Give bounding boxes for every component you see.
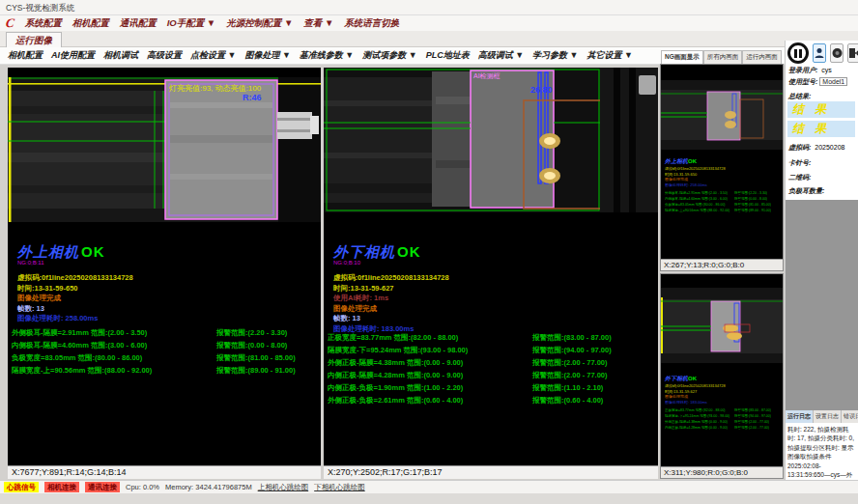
- status-bar: 心跳信号 相机连接 通讯连接 Cpu: 0.0% Memory: 3424.41…: [0, 480, 858, 493]
- lock-button[interactable]: [830, 43, 844, 63]
- camera-view-upper[interactable]: 灯亮亮值:93, 动态亮值:100 R:46 外上相机OK NG:0;B:11 …: [8, 68, 321, 479]
- camera-view-lower[interactable]: AI检测框 26.80 外下相机OK NG:0;B:10 虚拟码:0f1line…: [324, 68, 658, 479]
- result-badge-upper: 结 果: [787, 101, 855, 118]
- tool-plc-address[interactable]: PLC地址表: [426, 49, 470, 62]
- menu-camera-config[interactable]: 相机配置: [72, 17, 109, 30]
- virtual-code-field: 虚拟码: 20250208: [788, 143, 844, 153]
- pause-button[interactable]: [787, 42, 809, 64]
- thumbnail-result-text: 外下相机OK 虚拟码:0f1line20250208133134728 时间:1…: [665, 375, 771, 431]
- thumbnail-image: [661, 80, 783, 150]
- camera-image-lower[interactable]: AI检测框 26.80: [324, 68, 658, 212]
- measurement-value: 内侧正极-隔膜=4.28mm 范围:(0.00 - 9.00): [328, 371, 532, 383]
- tab-settings-log[interactable]: 设置日志: [814, 410, 842, 423]
- model-value[interactable]: Model1: [819, 77, 847, 86]
- tool-advanced-debug[interactable]: 高级调试 ▼: [478, 49, 524, 62]
- thumbnail-lower-camera[interactable]: 外下相机OK 虚拟码:0f1line20250208133134728 时间:1…: [660, 273, 784, 479]
- measurement-value: 负极宽度=83.05mm 范围:(80.00 - 86.00): [12, 353, 216, 366]
- measurement-alarm: 报警范围:(0.60 - 4.00): [532, 396, 603, 408]
- tab-run-image[interactable]: 运行图像: [6, 32, 62, 47]
- tab-error-log[interactable]: 错误日志: [842, 410, 858, 423]
- tool-camera-debug[interactable]: 相机调试: [103, 49, 138, 62]
- measurement-row: 隔膜宽度-上=90.56mm 范围:(88.00 - 92.00) 报警范围:(…: [12, 366, 321, 378]
- model-label: 使用型号:: [788, 78, 817, 85]
- tool-ai-config[interactable]: AI使用配置: [51, 49, 95, 62]
- time-line: 时间:13-31-59-627: [333, 284, 449, 294]
- qr-code-label: 二维码:: [788, 173, 811, 182]
- measurement-alarm: 报警范围:(2.00 - 77.00): [532, 371, 608, 383]
- heartbeat-badge: 心跳信号: [4, 482, 39, 492]
- bottom-filler: [0, 493, 858, 504]
- login-user-field: 登录用户: cys: [788, 66, 832, 75]
- brightness-overlay-label: 灯亮亮值:93, 动态亮值:100: [168, 84, 262, 93]
- elapsed-line: 图像处理耗时: 258.00ms: [17, 314, 133, 324]
- user-icon: [815, 47, 824, 59]
- measurement-value: 隔膜宽度-上=90.56mm 范围:(88.00 - 92.00): [12, 366, 216, 378]
- measurement-value: 隔膜宽度-下=95.24mm 范围:(93.00 - 98.00): [328, 346, 532, 358]
- measurement-value: 外侧正极-负极=2.61mm 范围:(0.60 - 4.00): [328, 396, 532, 408]
- measure-value-label: 26.80: [530, 85, 553, 95]
- measurement-alarm: 报警范围:(2.00 - 77.00): [532, 358, 608, 371]
- measurement-value: 内侧极耳-隔膜=4.60mm 范围:(3.00 - 6.00): [12, 341, 216, 353]
- ai-time-line: 使用AI耗时: 1ms: [333, 294, 449, 304]
- measurement-list-lower: 正极宽度=83.77mm 范围:(82.00 - 88.00) 报警范围:(83…: [328, 333, 658, 408]
- virtual-code-label: 虚拟码:: [788, 144, 811, 151]
- menu-language-switch[interactable]: 系统语言切换: [344, 17, 399, 30]
- process-done-line: 图像处理完成: [333, 304, 449, 315]
- tab-row: 运行图像: [0, 31, 858, 47]
- user-button[interactable]: [813, 43, 826, 63]
- camera-image-upper[interactable]: 灯亮亮值:93, 动态亮值:100 R:46: [8, 77, 321, 222]
- exit-door-icon: [848, 47, 858, 59]
- measurement-row: 外侧极耳-隔膜=2.91mm 范围:(2.00 - 3.50) 报警范围:(2.…: [12, 328, 321, 341]
- camera-name: 外下相机: [665, 376, 688, 381]
- tab-ng-display[interactable]: NG画面显示: [661, 50, 703, 64]
- menu-view[interactable]: 查看 ▼: [303, 17, 333, 30]
- measurement-row: 内侧正极-隔膜=4.28mm 范围:(0.00 - 9.00) 报警范围:(2.…: [328, 371, 658, 383]
- camera-link-badge: 相机连接: [44, 482, 79, 492]
- thumbnail-upper-camera[interactable]: 外上相机OK 虚拟码:0f1line20250208133134728 时间:1…: [660, 64, 784, 271]
- measurement-list-upper: 外侧极耳-隔膜=2.91mm 范围:(2.00 - 3.50) 报警范围:(2.…: [12, 328, 321, 378]
- tool-advanced-settings[interactable]: 高级设置: [147, 49, 182, 62]
- menu-system-config[interactable]: 系统配置: [25, 17, 62, 30]
- menu-light-config[interactable]: 光源控制配置 ▼: [226, 17, 293, 30]
- measurement-row: 正极宽度=83.77mm 范围:(82.00 - 88.00) 报警范围:(83…: [328, 333, 658, 346]
- measurement-value: 外侧正极-隔膜=4.38mm 范围:(0.00 - 9.00): [328, 358, 532, 371]
- thumbnail-image: [661, 288, 783, 363]
- menu-io-config[interactable]: IO手配置 ▼: [167, 17, 216, 30]
- log-text[interactable]: 耗时: 222, 拍摄检测耗时: 17, 拍摄分类耗时: 0, 拍摄提取分区耗时…: [786, 423, 857, 479]
- virtual-code-value: 20250208: [815, 144, 844, 151]
- tool-learning-params[interactable]: 学习参数 ▼: [532, 49, 578, 62]
- window-title: CYS-视觉检测系统: [6, 3, 74, 13]
- barcode-line: 虚拟码:0f1line20250208133134728: [333, 273, 449, 284]
- tool-image-processing[interactable]: 图像处理 ▼: [244, 49, 290, 62]
- tool-baseline-params[interactable]: 基准线参数 ▼: [300, 49, 354, 62]
- control-buttons: [787, 42, 858, 64]
- tool-other-settings[interactable]: 其它设置 ▼: [587, 49, 633, 62]
- status-ok: OK: [81, 243, 105, 260]
- measurement-alarm: 报警范围:(81.00 - 85.00): [216, 353, 296, 366]
- measurement-row: 隔膜宽度-下=95.24mm 范围:(93.00 - 98.00) 报警范围:(…: [328, 346, 658, 358]
- tab-all-frames[interactable]: 所有内画面: [703, 50, 743, 64]
- tool-test-params[interactable]: 测试项参数 ▼: [362, 49, 416, 62]
- exit-button[interactable]: [847, 43, 858, 63]
- tab-run-frames[interactable]: 运行内画面: [742, 50, 782, 64]
- result-block-upper: 外上相机OK NG:0;B:11 虚拟码:0f1line202502081331…: [17, 243, 133, 324]
- status-ok: OK: [688, 376, 697, 381]
- tab-run-log[interactable]: 运行日志: [786, 410, 814, 423]
- side-panel: 登录用户: cys 使用型号: Model1 总结果: 结 果 结 果 虚拟码:…: [785, 41, 858, 480]
- measurement-row: 外侧正极-负极=2.61mm 范围:(0.60 - 4.00) 报警范围:(0.…: [328, 396, 658, 408]
- camera-name: 外上相机: [665, 158, 688, 164]
- measurement-row: 外侧正极-隔膜=4.38mm 范围:(0.00 - 9.00) 报警范围:(2.…: [328, 358, 658, 371]
- log-tabs: 运行日志 设置日志 错误日志: [786, 410, 858, 423]
- measurement-value: 正极宽度=83.77mm 范围:(82.00 - 88.00): [328, 333, 532, 346]
- menu-bar: C 系统配置 相机配置 通讯配置 IO手配置 ▼ 光源控制配置 ▼ 查看 ▼ 系…: [0, 15, 858, 31]
- memory-usage: Memory: 3424.41796875M: [165, 483, 252, 491]
- upper-camera-heartbeat-link[interactable]: 上相机心跳绘图: [258, 483, 309, 492]
- tool-spot-check[interactable]: 点检设置 ▼: [190, 49, 236, 62]
- measurement-row: 内侧极耳-隔膜=4.60mm 范围:(3.00 - 6.00) 报警范围:(0.…: [12, 341, 321, 353]
- pixel-coords-upper: X:7677;Y:891;R:14;G:14;B:14: [8, 465, 321, 479]
- process-done-line: 图像处理完成: [17, 294, 133, 304]
- tool-camera-config[interactable]: 相机配置: [8, 49, 43, 62]
- menu-comm-config[interactable]: 通讯配置: [120, 17, 157, 30]
- lower-camera-heartbeat-link[interactable]: 下相机心跳绘图: [314, 483, 365, 492]
- login-user-value: cys: [821, 67, 832, 73]
